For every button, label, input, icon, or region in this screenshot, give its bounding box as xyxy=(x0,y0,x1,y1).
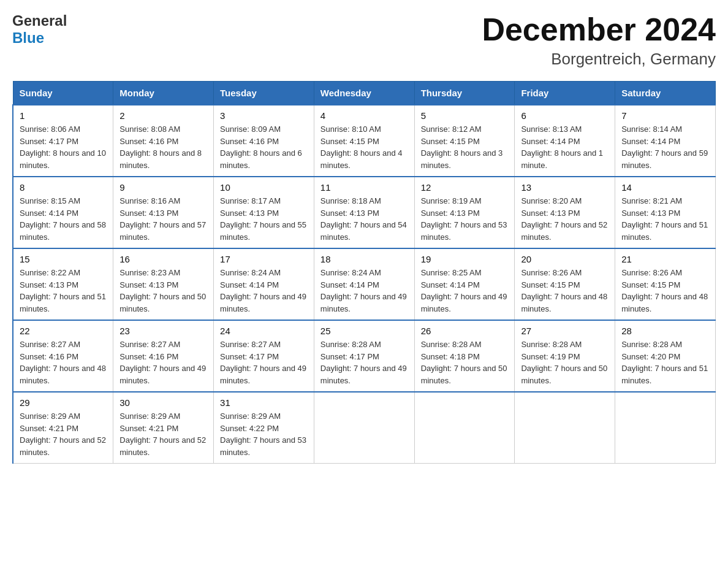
day-info: Sunrise: 8:14 AM Sunset: 4:14 PM Dayligh… xyxy=(621,123,709,171)
day-number: 13 xyxy=(521,182,609,193)
day-info: Sunrise: 8:29 AM Sunset: 4:21 PM Dayligh… xyxy=(20,410,107,458)
day-info: Sunrise: 8:22 AM Sunset: 4:13 PM Dayligh… xyxy=(20,267,107,315)
day-cell: 7 Sunrise: 8:14 AM Sunset: 4:14 PM Dayli… xyxy=(615,105,716,177)
col-header-friday: Friday xyxy=(515,82,615,105)
day-info: Sunrise: 8:28 AM Sunset: 4:20 PM Dayligh… xyxy=(621,339,709,386)
day-number: 14 xyxy=(621,182,709,193)
day-cell xyxy=(515,392,615,464)
calendar-table: SundayMondayTuesdayWednesdayThursdayFrid… xyxy=(12,81,716,464)
month-title: December 2024 xyxy=(482,12,716,47)
day-info: Sunrise: 8:28 AM Sunset: 4:19 PM Dayligh… xyxy=(521,339,609,386)
day-cell: 1 Sunrise: 8:06 AM Sunset: 4:17 PM Dayli… xyxy=(13,105,113,177)
day-info: Sunrise: 8:18 AM Sunset: 4:13 PM Dayligh… xyxy=(320,195,408,243)
day-info: Sunrise: 8:12 AM Sunset: 4:15 PM Dayligh… xyxy=(421,123,509,171)
day-info: Sunrise: 8:15 AM Sunset: 4:14 PM Dayligh… xyxy=(20,195,107,243)
day-number: 6 xyxy=(521,110,609,121)
day-cell: 24 Sunrise: 8:27 AM Sunset: 4:17 PM Dayl… xyxy=(214,320,314,392)
day-info: Sunrise: 8:28 AM Sunset: 4:18 PM Dayligh… xyxy=(421,339,509,386)
day-info: Sunrise: 8:19 AM Sunset: 4:13 PM Dayligh… xyxy=(421,195,509,243)
day-cell: 13 Sunrise: 8:20 AM Sunset: 4:13 PM Dayl… xyxy=(515,177,615,248)
day-info: Sunrise: 8:27 AM Sunset: 4:17 PM Dayligh… xyxy=(220,339,308,386)
col-header-saturday: Saturday xyxy=(615,82,716,105)
logo-line1: General xyxy=(12,12,67,29)
day-cell: 9 Sunrise: 8:16 AM Sunset: 4:13 PM Dayli… xyxy=(113,177,214,248)
day-number: 11 xyxy=(320,182,408,193)
day-number: 1 xyxy=(20,110,107,121)
day-info: Sunrise: 8:17 AM Sunset: 4:13 PM Dayligh… xyxy=(220,195,308,243)
day-cell: 10 Sunrise: 8:17 AM Sunset: 4:13 PM Dayl… xyxy=(214,177,314,248)
day-number: 3 xyxy=(220,110,308,121)
day-info: Sunrise: 8:08 AM Sunset: 4:16 PM Dayligh… xyxy=(119,123,207,171)
day-cell: 6 Sunrise: 8:13 AM Sunset: 4:14 PM Dayli… xyxy=(515,105,615,177)
day-info: Sunrise: 8:26 AM Sunset: 4:15 PM Dayligh… xyxy=(621,267,709,315)
day-number: 20 xyxy=(521,254,609,264)
day-cell: 17 Sunrise: 8:24 AM Sunset: 4:14 PM Dayl… xyxy=(214,248,314,320)
col-header-sunday: Sunday xyxy=(13,82,113,105)
day-cell: 11 Sunrise: 8:18 AM Sunset: 4:13 PM Dayl… xyxy=(314,177,414,248)
day-info: Sunrise: 8:24 AM Sunset: 4:14 PM Dayligh… xyxy=(320,267,408,315)
week-row-4: 22 Sunrise: 8:27 AM Sunset: 4:16 PM Dayl… xyxy=(13,320,716,392)
day-cell: 22 Sunrise: 8:27 AM Sunset: 4:16 PM Dayl… xyxy=(13,320,113,392)
week-row-2: 8 Sunrise: 8:15 AM Sunset: 4:14 PM Dayli… xyxy=(13,177,716,248)
day-cell: 14 Sunrise: 8:21 AM Sunset: 4:13 PM Dayl… xyxy=(615,177,716,248)
day-number: 27 xyxy=(521,326,609,336)
day-info: Sunrise: 8:28 AM Sunset: 4:17 PM Dayligh… xyxy=(320,339,408,386)
day-cell: 23 Sunrise: 8:27 AM Sunset: 4:16 PM Dayl… xyxy=(113,320,214,392)
title-block: December 2024 Borgentreich, Germany xyxy=(482,12,716,69)
logo-blue-text: Blue xyxy=(12,29,67,47)
logo-rendered: General Blue xyxy=(12,12,67,46)
day-cell: 31 Sunrise: 8:29 AM Sunset: 4:22 PM Dayl… xyxy=(214,392,314,464)
day-number: 24 xyxy=(220,326,308,336)
day-cell: 19 Sunrise: 8:25 AM Sunset: 4:14 PM Dayl… xyxy=(414,248,515,320)
day-number: 29 xyxy=(20,397,107,408)
logo-general-text: General xyxy=(12,12,67,29)
day-info: Sunrise: 8:06 AM Sunset: 4:17 PM Dayligh… xyxy=(20,123,107,171)
day-cell: 4 Sunrise: 8:10 AM Sunset: 4:15 PM Dayli… xyxy=(314,105,414,177)
day-cell: 2 Sunrise: 8:08 AM Sunset: 4:16 PM Dayli… xyxy=(113,105,214,177)
day-cell xyxy=(615,392,716,464)
day-number: 16 xyxy=(119,254,207,264)
day-number: 8 xyxy=(20,182,107,193)
day-cell: 18 Sunrise: 8:24 AM Sunset: 4:14 PM Dayl… xyxy=(314,248,414,320)
day-info: Sunrise: 8:21 AM Sunset: 4:13 PM Dayligh… xyxy=(621,195,709,243)
day-number: 7 xyxy=(621,110,709,121)
day-number: 26 xyxy=(421,326,509,336)
day-number: 28 xyxy=(621,326,709,336)
week-row-5: 29 Sunrise: 8:29 AM Sunset: 4:21 PM Dayl… xyxy=(13,392,716,464)
day-info: Sunrise: 8:13 AM Sunset: 4:14 PM Dayligh… xyxy=(521,123,609,171)
day-number: 10 xyxy=(220,182,308,193)
day-cell: 15 Sunrise: 8:22 AM Sunset: 4:13 PM Dayl… xyxy=(13,248,113,320)
day-info: Sunrise: 8:29 AM Sunset: 4:21 PM Dayligh… xyxy=(119,410,207,458)
week-row-3: 15 Sunrise: 8:22 AM Sunset: 4:13 PM Dayl… xyxy=(13,248,716,320)
day-info: Sunrise: 8:24 AM Sunset: 4:14 PM Dayligh… xyxy=(220,267,308,315)
day-info: Sunrise: 8:09 AM Sunset: 4:16 PM Dayligh… xyxy=(220,123,308,171)
day-info: Sunrise: 8:20 AM Sunset: 4:13 PM Dayligh… xyxy=(521,195,609,243)
day-number: 2 xyxy=(119,110,207,121)
day-cell: 27 Sunrise: 8:28 AM Sunset: 4:19 PM Dayl… xyxy=(515,320,615,392)
day-number: 5 xyxy=(421,110,509,121)
logo: General Blue xyxy=(12,12,67,46)
day-info: Sunrise: 8:10 AM Sunset: 4:15 PM Dayligh… xyxy=(320,123,408,171)
week-row-1: 1 Sunrise: 8:06 AM Sunset: 4:17 PM Dayli… xyxy=(13,105,716,177)
day-cell: 16 Sunrise: 8:23 AM Sunset: 4:13 PM Dayl… xyxy=(113,248,214,320)
day-cell xyxy=(314,392,414,464)
day-info: Sunrise: 8:27 AM Sunset: 4:16 PM Dayligh… xyxy=(119,339,207,386)
day-number: 12 xyxy=(421,182,509,193)
day-number: 18 xyxy=(320,254,408,264)
day-cell: 25 Sunrise: 8:28 AM Sunset: 4:17 PM Dayl… xyxy=(314,320,414,392)
col-header-tuesday: Tuesday xyxy=(214,82,314,105)
location: Borgentreich, Germany xyxy=(482,50,716,69)
col-header-monday: Monday xyxy=(113,82,214,105)
day-cell: 26 Sunrise: 8:28 AM Sunset: 4:18 PM Dayl… xyxy=(414,320,515,392)
day-cell: 30 Sunrise: 8:29 AM Sunset: 4:21 PM Dayl… xyxy=(113,392,214,464)
day-info: Sunrise: 8:25 AM Sunset: 4:14 PM Dayligh… xyxy=(421,267,509,315)
header-row: SundayMondayTuesdayWednesdayThursdayFrid… xyxy=(13,82,716,105)
day-number: 31 xyxy=(220,397,308,408)
day-info: Sunrise: 8:23 AM Sunset: 4:13 PM Dayligh… xyxy=(119,267,207,315)
day-number: 21 xyxy=(621,254,709,264)
day-cell: 28 Sunrise: 8:28 AM Sunset: 4:20 PM Dayl… xyxy=(615,320,716,392)
day-cell: 20 Sunrise: 8:26 AM Sunset: 4:15 PM Dayl… xyxy=(515,248,615,320)
col-header-thursday: Thursday xyxy=(414,82,515,105)
day-number: 19 xyxy=(421,254,509,264)
day-number: 15 xyxy=(20,254,107,264)
